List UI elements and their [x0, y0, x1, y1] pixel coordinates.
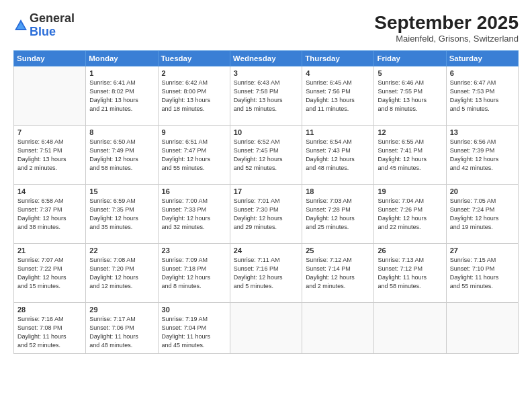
calendar-table: SundayMondayTuesdayWednesdayThursdayFrid… — [13, 50, 519, 354]
calendar-cell — [374, 303, 446, 354]
day-info: Sunrise: 6:58 AM Sunset: 7:37 PM Dayligh… — [17, 197, 82, 232]
day-info: Sunrise: 7:13 AM Sunset: 7:12 PM Dayligh… — [378, 256, 442, 291]
calendar-cell: 23Sunrise: 7:09 AM Sunset: 7:18 PM Dayli… — [158, 244, 230, 303]
day-number: 23 — [162, 246, 226, 255]
logo-icon — [13, 18, 28, 33]
day-info: Sunrise: 7:16 AM Sunset: 7:08 PM Dayligh… — [17, 315, 82, 350]
calendar-cell: 16Sunrise: 7:00 AM Sunset: 7:33 PM Dayli… — [158, 185, 230, 244]
day-info: Sunrise: 7:19 AM Sunset: 7:04 PM Dayligh… — [162, 315, 226, 350]
day-number: 10 — [234, 128, 298, 136]
calendar-cell: 30Sunrise: 7:19 AM Sunset: 7:04 PM Dayli… — [158, 303, 230, 354]
day-number: 27 — [450, 246, 515, 255]
weekday-header: Thursday — [302, 51, 374, 66]
logo: General Blue — [13, 12, 75, 39]
day-info: Sunrise: 6:43 AM Sunset: 7:58 PM Dayligh… — [234, 79, 298, 113]
title-block: September 2025 Maienfeld, Grisons, Switz… — [374, 12, 519, 44]
logo-blue: Blue — [30, 25, 56, 38]
calendar-cell: 26Sunrise: 7:13 AM Sunset: 7:12 PM Dayli… — [374, 244, 446, 303]
day-info: Sunrise: 7:09 AM Sunset: 7:18 PM Dayligh… — [162, 256, 226, 291]
day-info: Sunrise: 7:00 AM Sunset: 7:33 PM Dayligh… — [162, 197, 226, 232]
calendar-cell: 17Sunrise: 7:01 AM Sunset: 7:30 PM Dayli… — [230, 185, 302, 244]
day-number: 29 — [89, 306, 154, 314]
day-info: Sunrise: 7:01 AM Sunset: 7:30 PM Dayligh… — [234, 197, 298, 232]
calendar-cell: 1Sunrise: 6:41 AM Sunset: 8:02 PM Daylig… — [86, 66, 158, 126]
calendar-cell — [302, 303, 374, 354]
day-info: Sunrise: 7:15 AM Sunset: 7:10 PM Dayligh… — [450, 256, 515, 291]
day-info: Sunrise: 6:46 AM Sunset: 7:55 PM Dayligh… — [378, 79, 442, 113]
calendar-cell: 3Sunrise: 6:43 AM Sunset: 7:58 PM Daylig… — [230, 66, 302, 126]
weekday-header: Tuesday — [158, 51, 230, 66]
calendar-cell: 11Sunrise: 6:54 AM Sunset: 7:43 PM Dayli… — [302, 126, 374, 185]
day-number: 13 — [450, 128, 515, 136]
day-info: Sunrise: 6:42 AM Sunset: 8:00 PM Dayligh… — [162, 79, 226, 113]
weekday-header: Friday — [374, 51, 446, 66]
day-number: 20 — [450, 187, 515, 195]
day-number: 8 — [89, 128, 154, 136]
day-number: 14 — [17, 187, 82, 195]
calendar-cell: 5Sunrise: 6:46 AM Sunset: 7:55 PM Daylig… — [374, 66, 446, 126]
day-number: 17 — [234, 187, 298, 195]
day-number: 28 — [17, 306, 82, 314]
weekday-header: Monday — [86, 51, 158, 66]
day-info: Sunrise: 7:11 AM Sunset: 7:16 PM Dayligh… — [234, 256, 298, 291]
day-info: Sunrise: 6:55 AM Sunset: 7:41 PM Dayligh… — [378, 138, 442, 173]
day-number: 18 — [306, 187, 370, 195]
weekday-header: Saturday — [446, 51, 518, 66]
location: Maienfeld, Grisons, Switzerland — [374, 34, 519, 44]
day-info: Sunrise: 6:48 AM Sunset: 7:51 PM Dayligh… — [17, 138, 82, 173]
day-info: Sunrise: 7:08 AM Sunset: 7:20 PM Dayligh… — [89, 256, 154, 291]
day-info: Sunrise: 7:05 AM Sunset: 7:24 PM Dayligh… — [450, 197, 515, 232]
weekday-header-row: SundayMondayTuesdayWednesdayThursdayFrid… — [14, 51, 519, 66]
day-info: Sunrise: 7:17 AM Sunset: 7:06 PM Dayligh… — [89, 315, 154, 350]
day-info: Sunrise: 6:41 AM Sunset: 8:02 PM Dayligh… — [89, 79, 154, 113]
day-info: Sunrise: 6:56 AM Sunset: 7:39 PM Dayligh… — [450, 138, 515, 173]
calendar-cell: 15Sunrise: 6:59 AM Sunset: 7:35 PM Dayli… — [86, 185, 158, 244]
day-info: Sunrise: 6:59 AM Sunset: 7:35 PM Dayligh… — [89, 197, 154, 232]
day-number: 16 — [162, 187, 226, 195]
calendar-cell: 19Sunrise: 7:04 AM Sunset: 7:26 PM Dayli… — [374, 185, 446, 244]
day-number: 22 — [89, 246, 154, 255]
calendar-cell: 12Sunrise: 6:55 AM Sunset: 7:41 PM Dayli… — [374, 126, 446, 185]
calendar-cell: 20Sunrise: 7:05 AM Sunset: 7:24 PM Dayli… — [446, 185, 518, 244]
logo-general: General — [30, 11, 75, 25]
calendar-cell: 27Sunrise: 7:15 AM Sunset: 7:10 PM Dayli… — [446, 244, 518, 303]
calendar-cell: 21Sunrise: 7:07 AM Sunset: 7:22 PM Dayli… — [14, 244, 86, 303]
day-number: 24 — [234, 246, 298, 255]
page-header: General Blue September 2025 Maienfeld, G… — [13, 12, 519, 44]
calendar-cell: 29Sunrise: 7:17 AM Sunset: 7:06 PM Dayli… — [86, 303, 158, 354]
calendar-cell: 7Sunrise: 6:48 AM Sunset: 7:51 PM Daylig… — [14, 126, 86, 185]
day-number: 1 — [89, 69, 154, 77]
calendar-cell: 24Sunrise: 7:11 AM Sunset: 7:16 PM Dayli… — [230, 244, 302, 303]
day-number: 25 — [306, 246, 370, 255]
calendar-cell: 6Sunrise: 6:47 AM Sunset: 7:53 PM Daylig… — [446, 66, 518, 126]
weekday-header: Sunday — [14, 51, 86, 66]
calendar-cell — [14, 66, 86, 126]
calendar-cell — [446, 303, 518, 354]
day-info: Sunrise: 6:50 AM Sunset: 7:49 PM Dayligh… — [89, 138, 154, 173]
day-info: Sunrise: 7:07 AM Sunset: 7:22 PM Dayligh… — [17, 256, 82, 291]
calendar-cell: 4Sunrise: 6:45 AM Sunset: 7:56 PM Daylig… — [302, 66, 374, 126]
day-number: 5 — [378, 69, 442, 77]
day-info: Sunrise: 6:52 AM Sunset: 7:45 PM Dayligh… — [234, 138, 298, 173]
day-number: 30 — [162, 306, 226, 314]
calendar-cell — [230, 303, 302, 354]
calendar-week-row: 7Sunrise: 6:48 AM Sunset: 7:51 PM Daylig… — [14, 126, 519, 185]
calendar-week-row: 1Sunrise: 6:41 AM Sunset: 8:02 PM Daylig… — [14, 66, 519, 126]
calendar-week-row: 14Sunrise: 6:58 AM Sunset: 7:37 PM Dayli… — [14, 185, 519, 244]
day-info: Sunrise: 6:51 AM Sunset: 7:47 PM Dayligh… — [162, 138, 226, 173]
day-number: 2 — [162, 69, 226, 77]
calendar-cell: 28Sunrise: 7:16 AM Sunset: 7:08 PM Dayli… — [14, 303, 86, 354]
day-number: 7 — [17, 128, 82, 136]
day-number: 26 — [378, 246, 442, 255]
calendar-cell: 25Sunrise: 7:12 AM Sunset: 7:14 PM Dayli… — [302, 244, 374, 303]
day-number: 19 — [378, 187, 442, 195]
day-number: 6 — [450, 69, 515, 77]
calendar-cell: 13Sunrise: 6:56 AM Sunset: 7:39 PM Dayli… — [446, 126, 518, 185]
calendar-cell: 8Sunrise: 6:50 AM Sunset: 7:49 PM Daylig… — [86, 126, 158, 185]
calendar-week-row: 21Sunrise: 7:07 AM Sunset: 7:22 PM Dayli… — [14, 244, 519, 303]
calendar-cell: 10Sunrise: 6:52 AM Sunset: 7:45 PM Dayli… — [230, 126, 302, 185]
calendar-cell: 18Sunrise: 7:03 AM Sunset: 7:28 PM Dayli… — [302, 185, 374, 244]
calendar-cell: 14Sunrise: 6:58 AM Sunset: 7:37 PM Dayli… — [14, 185, 86, 244]
day-number: 15 — [89, 187, 154, 195]
day-info: Sunrise: 6:47 AM Sunset: 7:53 PM Dayligh… — [450, 79, 515, 113]
